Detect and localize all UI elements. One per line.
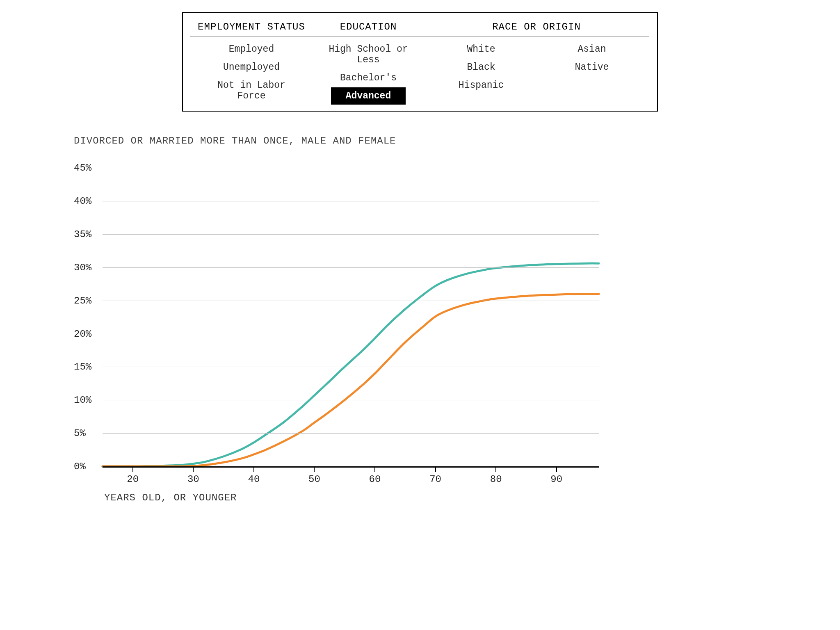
chart-x-axis-title: YEARS OLD, OR YOUNGER: [104, 492, 237, 503]
chart-plot: 2030405060708090 YEARS OLD, OR YOUNGER 0…: [74, 155, 599, 466]
chart-container: DIVORCED OR MARRIED MORE THAN ONCE, MALE…: [74, 135, 599, 466]
chart-gridline: [103, 201, 599, 201]
filter-header-race: RACE OR ORIGIN: [424, 19, 649, 37]
chart-gridline: [103, 367, 599, 367]
filter-panel: EMPLOYMENT STATUS Employed Unemployed No…: [182, 12, 658, 112]
filter-header-employment: EMPLOYMENT STATUS: [190, 19, 313, 37]
chart-x-tick-label: 50: [308, 474, 320, 485]
filter-col-education: EDUCATION High School or Less Bachelor's…: [311, 19, 426, 105]
chart-gridline: [103, 400, 599, 400]
filter-opt-hispanic[interactable]: Hispanic: [426, 77, 536, 94]
chart-y-tick-label: 40%: [74, 196, 98, 207]
chart-gridline: [103, 168, 599, 168]
filter-col-race: RACE OR ORIGIN White Asian Black Native …: [426, 19, 647, 105]
filter-opt-nilf[interactable]: Not in Labor Force: [192, 77, 311, 105]
chart-y-tick-label: 0%: [74, 461, 98, 472]
filter-opt-white[interactable]: White: [426, 41, 536, 58]
chart-x-tick-label: 40: [248, 474, 260, 485]
filter-opt-unemployed[interactable]: Unemployed: [213, 59, 290, 76]
chart-y-tick-label: 30%: [74, 262, 98, 273]
chart-series-series_teal: [103, 263, 599, 466]
filter-opt-advanced[interactable]: Advanced: [331, 87, 406, 105]
chart-x-tick-label: 90: [550, 474, 562, 485]
filter-opt-black[interactable]: Black: [426, 59, 536, 76]
chart-y-tick-label: 10%: [74, 395, 98, 406]
filter-opt-native[interactable]: Native: [536, 59, 647, 76]
filter-opt-employed[interactable]: Employed: [219, 41, 284, 58]
chart-x-tick-label: 70: [429, 474, 441, 485]
chart-y-tick-label: 15%: [74, 361, 98, 372]
chart-y-tick-label: 20%: [74, 328, 98, 339]
filter-opt-asian[interactable]: Asian: [536, 41, 647, 58]
filter-header-education: EDUCATION: [309, 19, 427, 37]
chart-x-tick-label: 20: [127, 474, 139, 485]
chart-gridline: [103, 466, 599, 468]
race-grid: White Asian Black Native Hispanic: [426, 40, 647, 94]
chart-title: DIVORCED OR MARRIED MORE THAN ONCE, MALE…: [74, 135, 599, 146]
filter-opt-highschool[interactable]: High School or Less: [311, 41, 426, 68]
chart-x-tick-label: 30: [187, 474, 199, 485]
chart-y-tick-label: 45%: [74, 162, 98, 173]
chart-x-tick-label: 80: [490, 474, 502, 485]
chart-gridline: [103, 334, 599, 334]
chart-gridline: [103, 433, 599, 434]
chart-y-tick-label: 35%: [74, 229, 98, 240]
chart-x-tick-label: 60: [369, 474, 381, 485]
filter-opt-bachelors[interactable]: Bachelor's: [330, 69, 406, 87]
chart-y-tick-label: 5%: [74, 428, 98, 439]
chart-series-series_orange: [103, 294, 599, 466]
chart-gridline: [103, 267, 599, 268]
chart-gridline: [103, 234, 599, 235]
page-root: EMPLOYMENT STATUS Employed Unemployed No…: [0, 0, 840, 630]
filter-col-employment: EMPLOYMENT STATUS Employed Unemployed No…: [192, 19, 311, 105]
chart-y-tick-label: 25%: [74, 295, 98, 306]
chart-gridline: [103, 301, 599, 301]
